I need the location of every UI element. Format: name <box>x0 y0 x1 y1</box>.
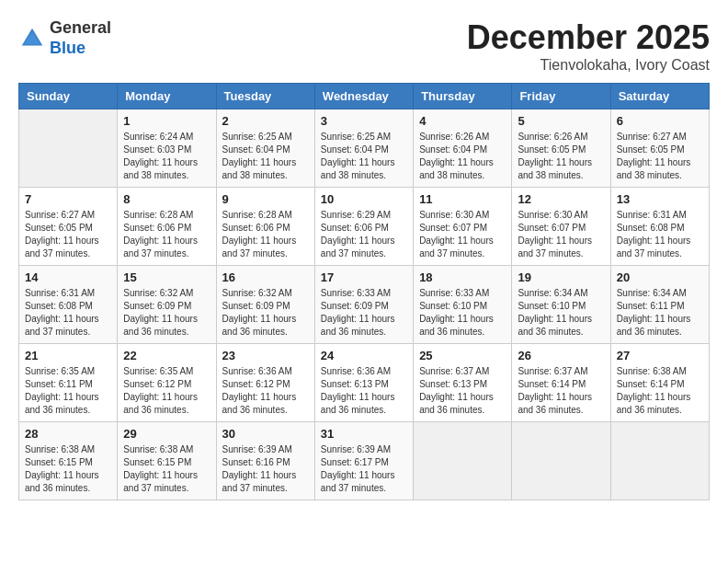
calendar-cell: 3Sunrise: 6:25 AM Sunset: 6:04 PM Daylig… <box>314 109 413 188</box>
calendar-cell: 9Sunrise: 6:28 AM Sunset: 6:06 PM Daylig… <box>216 188 314 266</box>
calendar-cell: 18Sunrise: 6:33 AM Sunset: 6:10 PM Dayli… <box>414 266 512 344</box>
day-number: 2 <box>222 114 309 128</box>
day-number: 21 <box>25 349 111 362</box>
calendar-cell: 21Sunrise: 6:35 AM Sunset: 6:11 PM Dayli… <box>19 344 118 422</box>
calendar-cell: 30Sunrise: 6:39 AM Sunset: 6:16 PM Dayli… <box>216 422 314 500</box>
day-number: 11 <box>419 192 506 206</box>
calendar-cell: 24Sunrise: 6:36 AM Sunset: 6:13 PM Dayli… <box>314 344 413 422</box>
day-info: Sunrise: 6:27 AM Sunset: 6:05 PM Dayligh… <box>617 131 703 182</box>
day-info: Sunrise: 6:34 AM Sunset: 6:10 PM Dayligh… <box>518 287 604 339</box>
day-info: Sunrise: 6:38 AM Sunset: 6:15 PM Dayligh… <box>25 443 111 495</box>
day-number: 10 <box>321 192 407 206</box>
calendar-body: 1Sunrise: 6:24 AM Sunset: 6:03 PM Daylig… <box>19 109 710 500</box>
calendar-week-row: 21Sunrise: 6:35 AM Sunset: 6:11 PM Dayli… <box>19 344 710 422</box>
day-info: Sunrise: 6:36 AM Sunset: 6:12 PM Dayligh… <box>222 365 309 417</box>
day-info: Sunrise: 6:38 AM Sunset: 6:14 PM Dayligh… <box>617 365 703 417</box>
day-number: 26 <box>518 349 604 362</box>
calendar-cell: 7Sunrise: 6:27 AM Sunset: 6:05 PM Daylig… <box>19 188 118 266</box>
day-info: Sunrise: 6:37 AM Sunset: 6:13 PM Dayligh… <box>419 365 506 417</box>
calendar-cell: 17Sunrise: 6:33 AM Sunset: 6:09 PM Dayli… <box>314 266 413 344</box>
day-info: Sunrise: 6:39 AM Sunset: 6:16 PM Dayligh… <box>222 443 309 495</box>
calendar-cell: 13Sunrise: 6:31 AM Sunset: 6:08 PM Dayli… <box>610 188 709 266</box>
weekday-header-cell: Wednesday <box>314 84 413 109</box>
day-info: Sunrise: 6:25 AM Sunset: 6:04 PM Dayligh… <box>321 131 407 182</box>
day-number: 20 <box>617 270 703 284</box>
calendar-cell: 28Sunrise: 6:38 AM Sunset: 6:15 PM Dayli… <box>19 422 118 500</box>
day-info: Sunrise: 6:33 AM Sunset: 6:09 PM Dayligh… <box>321 287 407 339</box>
weekday-header-cell: Saturday <box>610 84 709 109</box>
weekday-header-cell: Thursday <box>414 84 512 109</box>
day-info: Sunrise: 6:35 AM Sunset: 6:11 PM Dayligh… <box>25 365 111 417</box>
day-number: 22 <box>123 349 210 362</box>
day-info: Sunrise: 6:32 AM Sunset: 6:09 PM Dayligh… <box>222 287 309 339</box>
calendar-week-row: 7Sunrise: 6:27 AM Sunset: 6:05 PM Daylig… <box>19 188 710 266</box>
day-number: 18 <box>419 270 506 284</box>
day-number: 4 <box>419 114 506 128</box>
calendar-cell: 1Sunrise: 6:24 AM Sunset: 6:03 PM Daylig… <box>118 109 216 188</box>
logo-general-text: General <box>50 18 111 37</box>
day-number: 16 <box>222 270 309 284</box>
day-number: 6 <box>617 114 703 128</box>
day-info: Sunrise: 6:28 AM Sunset: 6:06 PM Dayligh… <box>123 209 210 260</box>
weekday-header-cell: Monday <box>118 84 216 109</box>
day-number: 23 <box>222 349 309 362</box>
location-title: Tienvolokaha, Ivory Coast <box>467 57 710 74</box>
day-number: 24 <box>321 349 407 362</box>
calendar-cell: 19Sunrise: 6:34 AM Sunset: 6:10 PM Dayli… <box>512 266 610 344</box>
calendar-cell: 25Sunrise: 6:37 AM Sunset: 6:13 PM Dayli… <box>414 344 512 422</box>
day-info: Sunrise: 6:34 AM Sunset: 6:11 PM Dayligh… <box>617 287 703 339</box>
day-info: Sunrise: 6:31 AM Sunset: 6:08 PM Dayligh… <box>25 287 111 339</box>
day-number: 5 <box>518 114 604 128</box>
day-number: 17 <box>321 270 407 284</box>
logo: General Blue <box>18 18 111 58</box>
calendar-cell: 2Sunrise: 6:25 AM Sunset: 6:04 PM Daylig… <box>216 109 314 188</box>
day-number: 15 <box>123 270 210 284</box>
calendar-week-row: 14Sunrise: 6:31 AM Sunset: 6:08 PM Dayli… <box>19 266 710 344</box>
day-info: Sunrise: 6:39 AM Sunset: 6:17 PM Dayligh… <box>321 443 407 495</box>
calendar-cell: 10Sunrise: 6:29 AM Sunset: 6:06 PM Dayli… <box>314 188 413 266</box>
day-number: 28 <box>25 427 111 441</box>
calendar-cell: 26Sunrise: 6:37 AM Sunset: 6:14 PM Dayli… <box>512 344 610 422</box>
calendar-cell: 22Sunrise: 6:35 AM Sunset: 6:12 PM Dayli… <box>118 344 216 422</box>
page-header: General Blue December 2025 Tienvolokaha,… <box>18 18 710 74</box>
calendar-cell <box>414 422 512 500</box>
title-section: December 2025 Tienvolokaha, Ivory Coast <box>467 18 710 74</box>
day-info: Sunrise: 6:38 AM Sunset: 6:15 PM Dayligh… <box>123 443 210 495</box>
calendar-cell: 14Sunrise: 6:31 AM Sunset: 6:08 PM Dayli… <box>19 266 118 344</box>
day-info: Sunrise: 6:25 AM Sunset: 6:04 PM Dayligh… <box>222 131 309 182</box>
calendar-week-row: 1Sunrise: 6:24 AM Sunset: 6:03 PM Daylig… <box>19 109 710 188</box>
calendar-cell: 5Sunrise: 6:26 AM Sunset: 6:05 PM Daylig… <box>512 109 610 188</box>
weekday-header-cell: Sunday <box>19 84 118 109</box>
day-number: 8 <box>123 192 210 206</box>
calendar-week-row: 28Sunrise: 6:38 AM Sunset: 6:15 PM Dayli… <box>19 422 710 500</box>
calendar-table: SundayMondayTuesdayWednesdayThursdayFrid… <box>18 83 710 500</box>
day-info: Sunrise: 6:27 AM Sunset: 6:05 PM Dayligh… <box>25 209 111 260</box>
day-number: 19 <box>518 270 604 284</box>
logo-icon <box>18 25 46 52</box>
calendar-cell: 23Sunrise: 6:36 AM Sunset: 6:12 PM Dayli… <box>216 344 314 422</box>
day-number: 30 <box>222 427 309 441</box>
day-info: Sunrise: 6:26 AM Sunset: 6:04 PM Dayligh… <box>419 131 506 182</box>
day-number: 13 <box>617 192 703 206</box>
day-info: Sunrise: 6:35 AM Sunset: 6:12 PM Dayligh… <box>123 365 210 417</box>
calendar-cell: 8Sunrise: 6:28 AM Sunset: 6:06 PM Daylig… <box>118 188 216 266</box>
day-number: 29 <box>123 427 210 441</box>
calendar-cell: 27Sunrise: 6:38 AM Sunset: 6:14 PM Dayli… <box>610 344 709 422</box>
calendar-cell <box>19 109 118 188</box>
calendar-cell: 11Sunrise: 6:30 AM Sunset: 6:07 PM Dayli… <box>414 188 512 266</box>
calendar-cell: 31Sunrise: 6:39 AM Sunset: 6:17 PM Dayli… <box>314 422 413 500</box>
weekday-header-row: SundayMondayTuesdayWednesdayThursdayFrid… <box>19 84 710 109</box>
day-number: 7 <box>25 192 111 206</box>
day-info: Sunrise: 6:28 AM Sunset: 6:06 PM Dayligh… <box>222 209 309 260</box>
calendar-cell: 12Sunrise: 6:30 AM Sunset: 6:07 PM Dayli… <box>512 188 610 266</box>
calendar-cell: 20Sunrise: 6:34 AM Sunset: 6:11 PM Dayli… <box>610 266 709 344</box>
day-info: Sunrise: 6:30 AM Sunset: 6:07 PM Dayligh… <box>419 209 506 260</box>
calendar-cell: 16Sunrise: 6:32 AM Sunset: 6:09 PM Dayli… <box>216 266 314 344</box>
calendar-cell <box>512 422 610 500</box>
calendar-cell: 6Sunrise: 6:27 AM Sunset: 6:05 PM Daylig… <box>610 109 709 188</box>
weekday-header-cell: Tuesday <box>216 84 314 109</box>
day-info: Sunrise: 6:26 AM Sunset: 6:05 PM Dayligh… <box>518 131 604 182</box>
day-info: Sunrise: 6:29 AM Sunset: 6:06 PM Dayligh… <box>321 209 407 260</box>
calendar-cell: 4Sunrise: 6:26 AM Sunset: 6:04 PM Daylig… <box>414 109 512 188</box>
day-info: Sunrise: 6:30 AM Sunset: 6:07 PM Dayligh… <box>518 209 604 260</box>
